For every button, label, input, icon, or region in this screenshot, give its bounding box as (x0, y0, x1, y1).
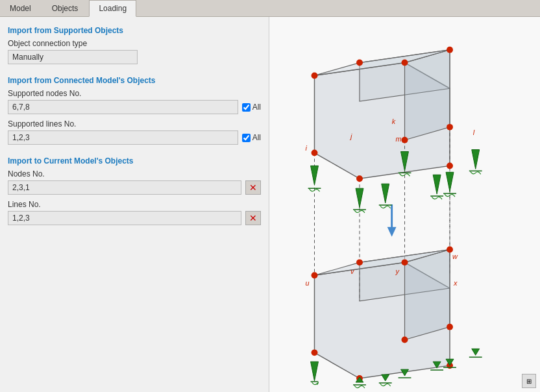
supported-nodes-row: All (8, 100, 261, 114)
current-nodes-label: Nodes No. (8, 169, 261, 178)
svg-point-21 (356, 175, 363, 182)
svg-point-26 (356, 259, 363, 265)
svg-point-16 (312, 72, 318, 79)
section2-title: Import from Connected Model's Objects (8, 76, 261, 85)
zoom-fit-icon: ⊞ (526, 378, 532, 385)
supported-nodes-all-checkbox[interactable] (242, 103, 251, 112)
clear-lines-button[interactable]: ✕ (245, 211, 261, 225)
current-nodes-row: ✕ (8, 180, 261, 195)
svg-text:k: k (392, 117, 396, 125)
current-lines-label: Lines No. (8, 200, 261, 209)
svg-point-19 (402, 60, 408, 66)
svg-point-18 (447, 47, 453, 53)
supported-lines-all-checkbox[interactable] (242, 134, 251, 142)
clear-nodes-icon: ✕ (249, 182, 257, 193)
clear-lines-icon: ✕ (249, 213, 257, 223)
svg-text:m: m (396, 135, 402, 143)
current-lines-row: ✕ (8, 211, 261, 225)
supported-nodes-input[interactable] (8, 100, 238, 114)
svg-text:u: u (306, 279, 310, 287)
svg-point-25 (312, 272, 318, 278)
supported-nodes-all-checkbox-label[interactable]: All (242, 103, 261, 112)
supported-lines-input[interactable] (8, 130, 238, 145)
supported-lines-row: All (8, 130, 261, 145)
content-area: Import from Supported Objects Object con… (0, 17, 540, 392)
tab-loading[interactable]: Loading (89, 0, 136, 17)
supported-lines-all-checkbox-label[interactable]: All (242, 133, 261, 142)
svg-point-20 (312, 150, 318, 156)
current-nodes-input[interactable] (8, 180, 241, 195)
svg-marker-3 (405, 50, 450, 140)
main-container: Model Objects Loading Import from Suppor… (0, 0, 540, 392)
tab-objects[interactable]: Objects (42, 0, 88, 16)
svg-point-24 (447, 124, 453, 130)
supported-nodes-all-label: All (252, 103, 261, 112)
right-panel: i j k l m u v w x y ⊞ (269, 17, 540, 392)
svg-point-32 (402, 337, 408, 343)
viewport: i j k l m u v w x y ⊞ (269, 17, 540, 392)
svg-text:v: v (350, 267, 354, 275)
section3-title: Import to Current Model's Objects (8, 156, 261, 165)
connection-type-row (8, 50, 261, 64)
connection-type-input[interactable] (8, 50, 138, 64)
svg-point-17 (356, 60, 363, 66)
bottom-toolbar: ⊞ (522, 374, 536, 388)
structure-diagram: i j k l m u v w x y (269, 17, 540, 392)
svg-text:x: x (453, 279, 458, 287)
current-lines-input[interactable] (8, 211, 241, 225)
tab-bar: Model Objects Loading (0, 0, 540, 17)
supported-nodes-label: Supported nodes No. (8, 89, 261, 98)
svg-point-29 (312, 349, 318, 356)
svg-point-28 (402, 259, 408, 265)
left-panel: Import from Supported Objects Object con… (0, 17, 269, 392)
zoom-fit-button[interactable]: ⊞ (522, 374, 536, 388)
svg-point-33 (447, 324, 453, 330)
svg-point-27 (447, 247, 453, 253)
svg-point-22 (447, 162, 453, 169)
svg-text:y: y (395, 267, 400, 275)
svg-point-23 (402, 137, 408, 143)
supported-lines-label: Supported lines No. (8, 119, 261, 129)
svg-marker-14 (405, 250, 450, 340)
section1-title: Import from Supported Objects (8, 26, 261, 35)
tab-model[interactable]: Model (0, 0, 41, 16)
svg-text:w: w (452, 252, 458, 260)
clear-nodes-button[interactable]: ✕ (245, 180, 261, 195)
supported-lines-all-label: All (252, 133, 261, 142)
connection-type-label: Object connection type (8, 39, 261, 48)
